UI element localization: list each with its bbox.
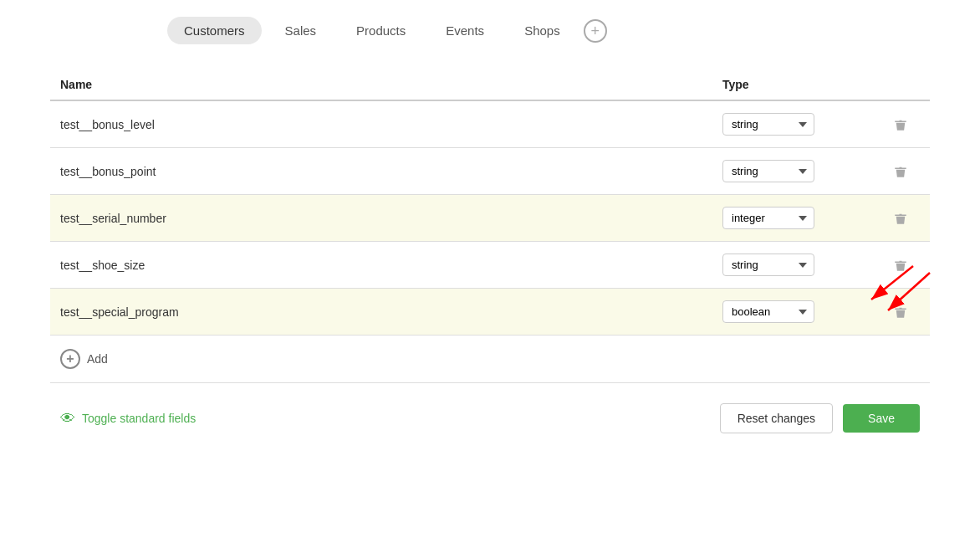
trash-icon [893, 164, 908, 179]
tab-customers[interactable]: Customers [167, 17, 262, 44]
table-row: test__shoe_sizestringintegerbooleanfloat… [50, 242, 930, 289]
table-row: test__special_programstringintegerboolea… [50, 289, 930, 336]
field-name-text: test__bonus_point [60, 165, 156, 178]
toggle-standard-fields-label: Toggle standard fields [82, 412, 196, 425]
tab-products[interactable]: Products [339, 17, 422, 44]
fields-table-wrapper: Name Type test__bonus_levelstringinteger… [50, 69, 930, 383]
add-field-row[interactable]: + Add [50, 336, 930, 383]
trash-icon [893, 258, 908, 273]
tab-navigation: Customers Sales Products Events Shops + [50, 17, 930, 44]
table-row: test__serial_numberstringintegerbooleanf… [50, 195, 930, 242]
trash-icon [893, 305, 908, 320]
field-action-cell [880, 148, 930, 195]
field-action-cell [880, 195, 930, 242]
tab-shops[interactable]: Shops [508, 17, 577, 44]
action-column-header [880, 69, 930, 100]
field-name-text: test__bonus_level [60, 118, 155, 131]
field-type-cell: stringintegerbooleanfloatdatedatetime [712, 148, 880, 195]
field-type-select[interactable]: stringintegerbooleanfloatdatedatetime [722, 160, 814, 182]
save-button[interactable]: Save [843, 404, 920, 433]
add-field-icon: + [60, 349, 80, 369]
field-type-select[interactable]: stringintegerbooleanfloatdatedatetime [722, 113, 814, 136]
delete-field-button[interactable] [890, 114, 911, 136]
trash-icon [893, 211, 908, 226]
field-name-cell: test__serial_number [50, 195, 712, 242]
field-name-cell: test__bonus_point [50, 148, 712, 195]
field-type-cell: stringintegerbooleanfloatdatedatetime [712, 289, 880, 336]
toggle-standard-fields-button[interactable]: 👁 Toggle standard fields [60, 410, 196, 428]
table-row: test__bonus_pointstringintegerbooleanflo… [50, 148, 930, 195]
field-action-cell [880, 289, 930, 336]
field-name-cell: test__special_program [50, 289, 712, 336]
field-type-select[interactable]: stringintegerbooleanfloatdatedatetime [722, 300, 814, 323]
delete-field-button[interactable] [890, 301, 911, 323]
field-type-cell: stringintegerbooleanfloatdatedatetime [712, 100, 880, 148]
field-name-text: test__shoe_size [60, 259, 145, 272]
delete-field-button[interactable] [890, 207, 911, 229]
field-action-cell [880, 242, 930, 289]
table-header-row: Name Type [50, 69, 930, 100]
field-name-text: test__serial_number [60, 212, 166, 225]
field-type-select[interactable]: stringintegerbooleanfloatdatedatetime [722, 254, 814, 276]
type-column-header: Type [712, 69, 880, 100]
right-actions-group: Reset changes Save [720, 403, 920, 433]
field-name-cell: test__bonus_level [50, 100, 712, 148]
field-name-text: test__special_program [60, 305, 179, 319]
field-type-cell: stringintegerbooleanfloatdatedatetime [712, 242, 880, 289]
field-type-select[interactable]: stringintegerbooleanfloatdatedatetime [722, 207, 814, 229]
name-column-header: Name [50, 69, 712, 100]
tab-events[interactable]: Events [429, 17, 501, 44]
tab-sales[interactable]: Sales [268, 17, 334, 44]
add-field-label: Add [87, 352, 108, 366]
table-row: test__bonus_levelstringintegerbooleanflo… [50, 100, 930, 148]
reset-changes-button[interactable]: Reset changes [720, 403, 833, 433]
eye-icon: 👁 [60, 410, 75, 428]
add-tab-button[interactable]: + [584, 19, 607, 43]
delete-field-button[interactable] [890, 254, 911, 276]
delete-field-button[interactable] [890, 161, 911, 182]
field-action-cell [880, 100, 930, 148]
footer-actions: 👁 Toggle standard fields Reset changes S… [50, 403, 930, 433]
field-name-cell: test__shoe_size [50, 242, 712, 289]
field-type-cell: stringintegerbooleanfloatdatedatetime [712, 195, 880, 242]
trash-icon [893, 117, 908, 132]
fields-table: Name Type test__bonus_levelstringinteger… [50, 69, 930, 336]
